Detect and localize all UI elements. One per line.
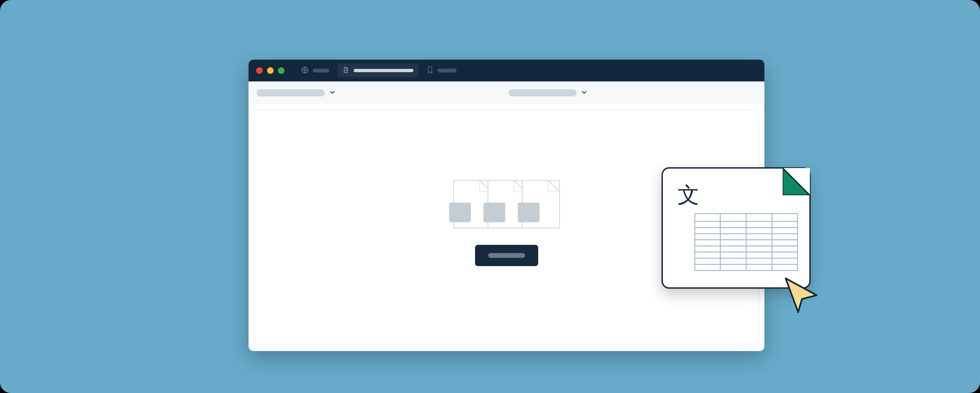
cursor-icon (781, 274, 822, 315)
bookmark-icon[interactable] (426, 66, 434, 75)
page-icon (342, 67, 349, 75)
site-identity (301, 66, 329, 75)
dropdown-right-label (509, 89, 577, 96)
address-bar[interactable] (337, 64, 418, 77)
upload-button-label (488, 253, 525, 258)
file-placeholder-icon (522, 180, 560, 229)
bookmark-label-placeholder (438, 68, 457, 72)
app-toolbar (248, 81, 764, 104)
url-placeholder (354, 69, 414, 72)
upload-dropzone[interactable] (453, 180, 560, 266)
dropdown-left-label (257, 89, 325, 96)
bookmark-group (426, 66, 457, 75)
window-controls (256, 67, 285, 74)
globe-icon (301, 66, 309, 75)
folded-corner-icon (783, 168, 810, 195)
stage-background: 文 (0, 0, 980, 393)
minimize-window-button[interactable] (267, 67, 274, 74)
chevron-down-icon (329, 89, 336, 97)
dropdown-left[interactable] (257, 89, 336, 97)
file-placeholder-row (453, 180, 560, 229)
chevron-down-icon (581, 89, 588, 97)
spreadsheet-file-card[interactable]: 文 (662, 167, 811, 289)
maximize-window-button[interactable] (278, 67, 285, 74)
upload-button[interactable] (475, 245, 538, 266)
site-name-placeholder (313, 68, 329, 72)
browser-title-bar (248, 60, 764, 81)
dropdown-right[interactable] (509, 89, 588, 97)
close-window-button[interactable] (256, 67, 263, 74)
spreadsheet-grid-icon (694, 213, 798, 271)
translation-glyph-icon: 文 (678, 181, 699, 210)
